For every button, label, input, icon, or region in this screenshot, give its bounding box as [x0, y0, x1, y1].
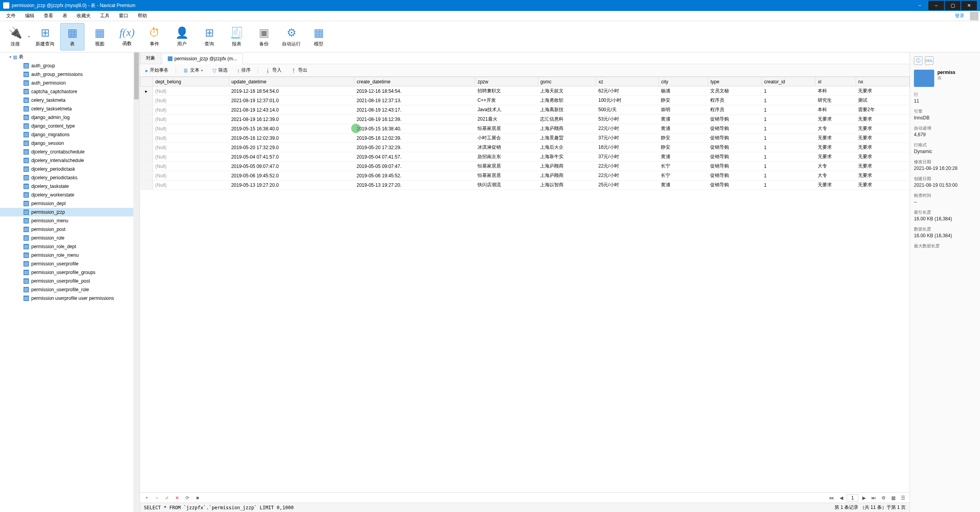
cell-xz[interactable]: 25元/小时	[596, 180, 659, 190]
cell-create_datetime[interactable]: 2019-05-06 19:45:52.	[354, 171, 475, 180]
cell-xl[interactable]: 无要求	[815, 143, 856, 152]
ribbon-view[interactable]: ▦视图	[88, 23, 112, 50]
cell-gsmc[interactable]: 上海靠牛实	[538, 152, 596, 162]
menu-tools[interactable]: 工具	[95, 11, 114, 20]
ddl-icon[interactable]: DDL	[925, 56, 933, 65]
cell-xl[interactable]: 大专	[815, 124, 856, 133]
cell-zpzw[interactable]: C++开发	[475, 96, 538, 105]
cell-xl[interactable]: 大专	[815, 162, 856, 171]
table-row[interactable]: ▸(Null)2019-12-16 18:54:54.02019-12-16 1…	[140, 87, 910, 96]
filter-button[interactable]: ▽筛选	[210, 66, 230, 75]
cell-create_datetime[interactable]: 2021-08-19 16:12:39.	[354, 115, 475, 124]
cell-gsmc[interactable]: 上海庐顾商	[538, 171, 596, 180]
cell-zpzw[interactable]: 恒基家居居	[475, 162, 538, 171]
cell-gsmc[interactable]: 上海后火企	[538, 143, 596, 152]
first-page-button[interactable]: ⏮	[827, 494, 836, 502]
avatar[interactable]	[970, 12, 978, 20]
tree-item-celery_tasksetmeta[interactable]: celery_tasksetmeta	[0, 105, 140, 113]
ribbon-event[interactable]: ⏱事件	[142, 23, 167, 50]
menu-window[interactable]: 窗口	[114, 11, 133, 20]
cell-nx[interactable]: 无要求	[856, 180, 909, 190]
cell-zpzw[interactable]: 2021最火	[475, 115, 538, 124]
cell-type[interactable]: 促销导购	[708, 133, 761, 143]
cell-xz[interactable]: 22元/小时	[596, 124, 659, 133]
export-button[interactable]: ⭱导出	[289, 66, 310, 75]
tree-item-djcelery_periodictasks[interactable]: djcelery_periodictasks	[0, 173, 140, 182]
text-mode-button[interactable]: 🗎文本▾	[181, 66, 205, 75]
tree-item-permission_userprofile[interactable]: permission_userprofile	[0, 260, 140, 268]
next-page-button[interactable]: ▶	[860, 494, 868, 502]
col-dept_belong[interactable]: dept_belong	[153, 77, 229, 87]
cell-create_datetime[interactable]: 2019-05-16 12:02:39.	[354, 133, 475, 143]
minimize-button[interactable]: –	[912, 1, 928, 10]
cell-dept_belong[interactable]: (Null)	[153, 115, 229, 124]
ribbon-model[interactable]: ▦模型	[307, 23, 331, 50]
cell-city[interactable]: 崇明	[659, 105, 708, 115]
table-row[interactable]: (Null)2021-08-19 12:37:01.02021-08-19 12…	[140, 96, 910, 105]
col-create_datetime[interactable]: create_datetime	[354, 77, 475, 87]
tab-permission-jzzp[interactable]: permission_jzzp @jzzpfx (m...	[162, 53, 243, 64]
cell-gsmc[interactable]: 上海景趣贸	[538, 133, 596, 143]
cell-dept_belong[interactable]: (Null)	[153, 124, 229, 133]
cell-create_datetime[interactable]: 2021-08-19 12:37:13.	[354, 96, 475, 105]
cell-city[interactable]: 静安	[659, 96, 708, 105]
cell-city[interactable]: 黄浦	[659, 124, 708, 133]
cell-city[interactable]: 静安	[659, 133, 708, 143]
cell-xl[interactable]: 本科	[815, 87, 856, 96]
cell-xz[interactable]: 22元/小时	[596, 171, 659, 180]
tree-item-djcelery_periodictask[interactable]: djcelery_periodictask	[0, 165, 140, 173]
tree-item-django_migrations[interactable]: django_migrations	[0, 130, 140, 139]
cell-city[interactable]: 长宁	[659, 162, 708, 171]
tree-item-celery_taskmeta[interactable]: celery_taskmeta	[0, 96, 140, 105]
cell-zpzw[interactable]: 快闪店潮流	[475, 180, 538, 190]
cell-update_datetime[interactable]: 2019-05-04 07:41:57.0	[229, 152, 354, 162]
menu-table[interactable]: 表	[58, 11, 72, 20]
cell-xz[interactable]: 53元/小时	[596, 115, 659, 124]
cell-nx[interactable]: 无要求	[856, 162, 909, 171]
menu-view[interactable]: 查看	[39, 11, 58, 20]
cell-zpzw[interactable]: 急招南京东	[475, 152, 538, 162]
cell-dept_belong[interactable]: (Null)	[153, 152, 229, 162]
cell-gsmc[interactable]: 志汇信息科	[538, 115, 596, 124]
close-button[interactable]: ✕	[961, 1, 977, 10]
cell-creator_id[interactable]: 1	[762, 115, 815, 124]
cell-xz[interactable]: 22元/小时	[596, 162, 659, 171]
cell-dept_belong[interactable]: (Null)	[153, 180, 229, 190]
col-zpzw[interactable]: zpzw	[475, 77, 538, 87]
chevron-down-icon[interactable]: ▾	[28, 35, 30, 38]
cell-type[interactable]: 促销导购	[708, 124, 761, 133]
import-button[interactable]: ⭳导入	[263, 66, 284, 75]
ribbon-table[interactable]: ▦表	[60, 23, 84, 50]
cell-creator_id[interactable]: 1	[762, 87, 815, 96]
ribbon-connect[interactable]: 🔌连接	[3, 23, 27, 50]
cell-nx[interactable]: 测试	[856, 96, 909, 105]
cell-creator_id[interactable]: 1	[762, 180, 815, 190]
sort-button[interactable]: ↕排序	[235, 66, 253, 75]
cell-dept_belong[interactable]: (Null)	[153, 105, 229, 115]
table-row[interactable]: (Null)2019-05-13 19:27:20.02019-05-13 19…	[140, 180, 910, 190]
cell-zpzw[interactable]: 恒基家居居	[475, 124, 538, 133]
tree-item-django_content_type[interactable]: django_content_type	[0, 122, 140, 130]
cell-type[interactable]: 促销导购	[708, 143, 761, 152]
cell-type[interactable]: 文员文秘	[708, 87, 761, 96]
cell-xl[interactable]: 大专	[815, 171, 856, 180]
cell-gsmc[interactable]: 上海以智商	[538, 180, 596, 190]
cell-type[interactable]: 促销导购	[708, 152, 761, 162]
cell-dept_belong[interactable]: (Null)	[153, 143, 229, 152]
cancel-edit-button[interactable]: ✕	[173, 494, 181, 502]
cell-nx[interactable]: 无要求	[856, 143, 909, 152]
table-row[interactable]: (Null)2019-05-16 12:02:39.02019-05-16 12…	[140, 133, 910, 143]
cell-create_datetime[interactable]: 2021-08-19 12:43:17.	[354, 105, 475, 115]
cell-dept_belong[interactable]: (Null)	[153, 96, 229, 105]
tree-item-permission_jzzp[interactable]: permission_jzzp	[0, 208, 140, 216]
cell-xz[interactable]: 37元/小时	[596, 152, 659, 162]
col-city[interactable]: city	[659, 77, 708, 87]
cell-nx[interactable]: 无要求	[856, 171, 909, 180]
tree-item-djcelery_intervalschedule[interactable]: djcelery_intervalschedule	[0, 156, 140, 165]
col-nx[interactable]: nx	[856, 77, 909, 87]
tree-item-djcelery_taskstate[interactable]: djcelery_taskstate	[0, 182, 140, 191]
cell-xz[interactable]: 16元/小时	[596, 143, 659, 152]
cell-type[interactable]: 促销导购	[708, 115, 761, 124]
cell-create_datetime[interactable]: 2019-05-04 07:41:57.	[354, 152, 475, 162]
cell-dept_belong[interactable]: (Null)	[153, 162, 229, 171]
